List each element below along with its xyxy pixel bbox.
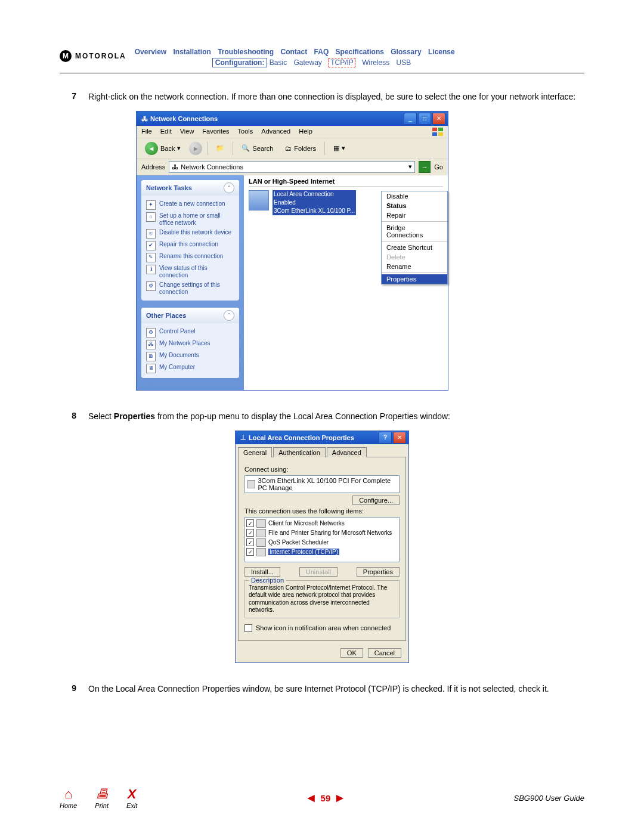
- dialog-titlebar[interactable]: ⊥ Local Area Connection Properties ? ✕: [236, 431, 408, 444]
- task-rename[interactable]: ✎Rename this connection: [146, 252, 234, 264]
- exit-button[interactable]: X Exit: [126, 786, 137, 809]
- menu-view[interactable]: View: [180, 128, 194, 136]
- ctx-rename[interactable]: Rename: [382, 262, 447, 271]
- network-tasks-header[interactable]: Network Tasks ˆ: [141, 180, 239, 196]
- properties-button[interactable]: Properties: [357, 567, 400, 577]
- nav-faq[interactable]: FAQ: [314, 48, 329, 56]
- close-button[interactable]: ✕: [432, 113, 445, 125]
- search-button[interactable]: 🔍 Search: [238, 143, 277, 153]
- adapter-combo[interactable]: 3Com EtherLink XL 10/100 PCI For Complet…: [244, 475, 400, 493]
- ok-button[interactable]: OK: [340, 648, 363, 658]
- ctx-shortcut[interactable]: Create Shortcut: [382, 243, 447, 252]
- cancel-button[interactable]: Cancel: [368, 648, 401, 658]
- tab-general[interactable]: General: [238, 447, 272, 457]
- show-icon-checkbox[interactable]: [244, 624, 252, 632]
- install-button[interactable]: Install...: [244, 567, 280, 577]
- step-text-b: Properties: [114, 411, 155, 421]
- checkbox[interactable]: ✓: [246, 548, 254, 556]
- home-button[interactable]: ⌂ Home: [60, 786, 77, 809]
- ctx-status[interactable]: Status: [382, 201, 447, 210]
- page-footer: ⌂ Home 🖶 Print X Exit ◀ 59 ▶ SBG900 User…: [60, 786, 584, 809]
- menu-advanced[interactable]: Advanced: [261, 128, 290, 136]
- address-combo[interactable]: 🖧 Network Connections ▾: [169, 161, 415, 173]
- place-control-panel[interactable]: ⚙Control Panel: [146, 327, 234, 339]
- ctx-properties[interactable]: Properties: [382, 274, 447, 284]
- task-disable-device[interactable]: ⦸Disable this network device: [146, 228, 234, 240]
- back-button[interactable]: ◄ Back ▾: [141, 141, 184, 156]
- item-label: QoS Packet Scheduler: [268, 539, 329, 546]
- computer-icon: 🖥: [146, 364, 156, 373]
- nav-contact[interactable]: Contact: [281, 48, 308, 56]
- window-titlebar[interactable]: 🖧 Network Connections _ □ ✕: [137, 112, 448, 126]
- tab-advanced[interactable]: Advanced: [327, 447, 367, 457]
- ctx-disable[interactable]: Disable: [382, 191, 447, 201]
- print-button[interactable]: 🖶 Print: [95, 786, 109, 809]
- connection-item[interactable]: Local Area Connection Enabled 3Com Ether…: [249, 190, 368, 215]
- place-network-places[interactable]: 🖧My Network Places: [146, 339, 234, 351]
- task-view-status[interactable]: ℹView status of this connection: [146, 264, 234, 280]
- next-page-icon[interactable]: ▶: [336, 792, 343, 803]
- place-label: Control Panel: [159, 328, 196, 335]
- folders-button[interactable]: 🗂 Folders: [281, 144, 320, 153]
- checkbox[interactable]: ✓: [246, 529, 254, 537]
- nav-tcpip[interactable]: TCP/IP: [329, 58, 355, 67]
- nav-troubleshooting[interactable]: Troubleshooting: [218, 48, 274, 56]
- step-text: Select Properties from the pop-up menu t…: [88, 411, 584, 422]
- step-number: 8: [60, 411, 76, 422]
- lan-group-header: LAN or High-Speed Internet: [249, 178, 443, 187]
- item-label: File and Printer Sharing for Microsoft N…: [268, 529, 392, 536]
- windows-logo-icon: [432, 128, 443, 136]
- ctx-repair[interactable]: Repair: [382, 210, 447, 220]
- menu-help[interactable]: Help: [299, 128, 312, 136]
- collapse-icon[interactable]: ˆ: [224, 310, 234, 321]
- step-number: 7: [60, 91, 76, 103]
- place-my-documents[interactable]: 🗎My Documents: [146, 351, 234, 363]
- task-create-connection[interactable]: ✦Create a new connection: [146, 199, 234, 211]
- task-setup-network[interactable]: ⌂Set up a home or small office network: [146, 211, 234, 228]
- brand-name: MOTOROLA: [75, 52, 126, 60]
- help-button[interactable]: ?: [379, 432, 392, 444]
- menu-favorites[interactable]: Favorites: [202, 128, 229, 136]
- step-text: On the Local Area Connection Properties …: [88, 683, 584, 695]
- task-repair[interactable]: ✔Repair this connection: [146, 240, 234, 252]
- forward-button[interactable]: ►: [189, 142, 202, 155]
- minimize-button[interactable]: _: [404, 113, 417, 125]
- folder-up-icon: 📁: [216, 144, 224, 152]
- collapse-icon[interactable]: ˆ: [224, 182, 234, 193]
- components-list[interactable]: ✓Client for Microsoft Networks ✓File and…: [244, 517, 400, 562]
- brand-logo: M MOTOROLA: [60, 50, 126, 62]
- nav-overview[interactable]: Overview: [135, 48, 166, 56]
- nav-basic[interactable]: Basic: [270, 58, 287, 67]
- checkbox[interactable]: ✓: [246, 519, 254, 527]
- prev-page-icon[interactable]: ◀: [308, 792, 315, 803]
- nav-specifications[interactable]: Specifications: [336, 48, 384, 56]
- nav-gateway[interactable]: Gateway: [293, 58, 321, 67]
- menu-edit[interactable]: Edit: [160, 128, 172, 136]
- repair-icon: ✔: [146, 241, 156, 250]
- maximize-button[interactable]: □: [418, 113, 431, 125]
- tab-authentication[interactable]: Authentication: [273, 447, 326, 457]
- place-label: My Network Places: [159, 340, 210, 347]
- item-label: Internet Protocol (TCP/IP): [268, 549, 339, 555]
- task-change-settings[interactable]: ⚙Change settings of this connection: [146, 280, 234, 297]
- configure-button[interactable]: Configure...: [352, 496, 400, 505]
- other-places-header[interactable]: Other Places ˆ: [141, 308, 239, 323]
- up-button[interactable]: 📁: [212, 143, 228, 153]
- go-button[interactable]: →: [419, 161, 431, 173]
- menu-file[interactable]: File: [141, 128, 152, 136]
- menu-tools[interactable]: Tools: [238, 128, 253, 136]
- nav-usb[interactable]: USB: [397, 58, 411, 67]
- nav-installation[interactable]: Installation: [174, 48, 211, 56]
- step-text-a: Select: [88, 411, 114, 421]
- checkbox[interactable]: ✓: [246, 538, 254, 546]
- nav-wireless[interactable]: Wireless: [362, 58, 389, 67]
- close-button[interactable]: ✕: [393, 432, 406, 444]
- status-icon: ℹ: [146, 265, 156, 274]
- views-button[interactable]: ▦ ▾: [330, 143, 349, 153]
- nav-glossary[interactable]: Glossary: [391, 48, 421, 56]
- address-value: Network Connections: [181, 163, 243, 171]
- place-my-computer[interactable]: 🖥My Computer: [146, 363, 234, 374]
- nav-license[interactable]: License: [428, 48, 455, 56]
- ctx-separator: [382, 272, 447, 273]
- ctx-bridge[interactable]: Bridge Connections: [382, 223, 447, 240]
